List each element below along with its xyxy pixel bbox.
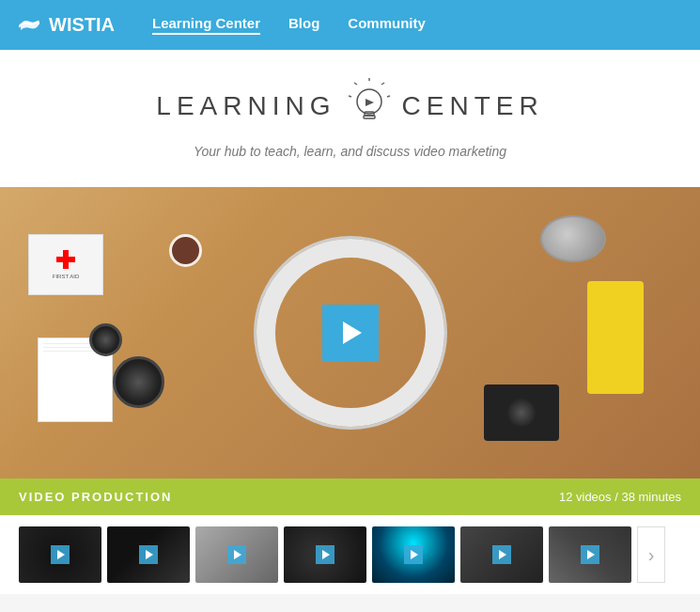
- next-arrow-button[interactable]: ›: [637, 526, 665, 583]
- thumbnail-5[interactable]: [372, 526, 455, 583]
- thumb-play-5: [404, 545, 423, 564]
- thumb-play-4: [316, 545, 334, 564]
- hero-title-right: CENTER: [402, 91, 544, 121]
- thumb-play-1: [51, 545, 70, 564]
- wistia-logo-icon: [19, 17, 41, 34]
- lightbulb-icon: [346, 78, 393, 134]
- svg-rect-7: [364, 116, 375, 118]
- thumbnail-4[interactable]: [284, 526, 366, 583]
- firstaid-item: FIRST AID: [28, 234, 103, 295]
- tape-measure-item: [587, 281, 644, 394]
- thumb-play-2: [139, 545, 158, 564]
- hero-section: LEARNING CENTER Your hub to teach, learn…: [0, 50, 700, 187]
- thumbnails-section: ›: [0, 515, 700, 594]
- logo[interactable]: WISTIA: [19, 14, 115, 36]
- svg-line-3: [354, 83, 357, 85]
- nav-links: Learning Center Blog Community: [152, 15, 426, 35]
- metal-bowl-item: [540, 215, 606, 262]
- navbar: WISTIA Learning Center Blog Community: [0, 0, 700, 50]
- play-button[interactable]: [322, 305, 379, 361]
- logo-text: WISTIA: [49, 14, 115, 36]
- thumbnail-3[interactable]: [195, 526, 278, 583]
- video-player[interactable]: FIRST AID: [0, 187, 700, 479]
- video-production-banner: VIDEO PRODUCTION 12 videos / 38 minutes: [0, 479, 700, 515]
- video-production-title: VIDEO PRODUCTION: [19, 490, 172, 504]
- hero-title: LEARNING CENTER: [19, 78, 681, 134]
- thumb-play-6: [492, 545, 511, 564]
- thumbnail-1[interactable]: [19, 526, 101, 583]
- svg-line-2: [387, 96, 390, 97]
- thumbnail-7[interactable]: [549, 526, 631, 583]
- video-production-meta: 12 videos / 38 minutes: [559, 490, 681, 504]
- play-icon: [343, 322, 362, 344]
- svg-marker-8: [366, 99, 374, 106]
- thumbnail-6[interactable]: [460, 526, 543, 583]
- thumbnail-2[interactable]: [107, 526, 190, 583]
- hero-title-left: LEARNING: [156, 91, 335, 121]
- lens-item-1: [113, 356, 164, 408]
- svg-line-4: [349, 96, 351, 97]
- nav-community[interactable]: Community: [348, 15, 426, 35]
- nav-learning-center[interactable]: Learning Center: [152, 15, 260, 35]
- thumb-play-3: [227, 545, 246, 564]
- nav-blog[interactable]: Blog: [288, 15, 319, 35]
- camera-item: [484, 384, 559, 441]
- svg-line-1: [381, 83, 384, 85]
- red-cross-icon: [56, 250, 75, 269]
- hero-subtitle: Your hub to teach, learn, and discuss vi…: [19, 144, 681, 159]
- lens-item-2: [89, 323, 122, 356]
- coffee-cup-item: [169, 234, 202, 267]
- thumb-play-7: [581, 545, 599, 564]
